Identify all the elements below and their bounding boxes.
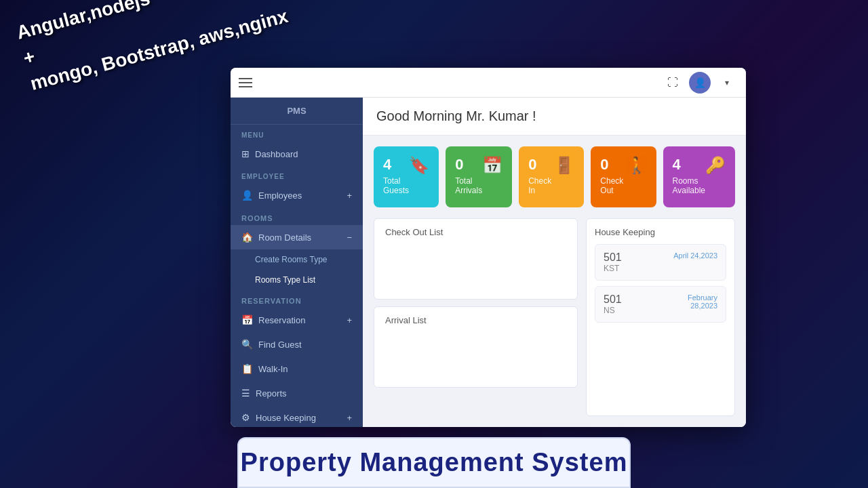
fullscreen-button[interactable]: ⛶ <box>662 72 684 94</box>
user-avatar-button[interactable]: 👤 <box>689 72 711 94</box>
stat-number-rooms: 4 <box>673 156 705 174</box>
housekeeping-title: House Keeping <box>595 227 726 237</box>
rooms-type-list-label: Rooms Type List <box>255 275 315 285</box>
reservation-icon: 📅 <box>241 314 253 325</box>
top-bar: ⛶ 👤 ▾ <box>231 68 746 98</box>
reports-icon: ☰ <box>241 388 250 399</box>
greeting-text: Good Morning Mr. Kumar ! <box>376 108 536 123</box>
employee-section-label: EMPLOYEE <box>231 166 363 183</box>
stat-icon-checkin: 🚪 <box>554 156 574 175</box>
stat-icon-guests: 🔖 <box>409 156 429 175</box>
walk-in-item-left: 📋 Walk-In <box>241 363 288 374</box>
stat-label-checkout: CheckOut <box>600 176 623 195</box>
sidebar-item-reports[interactable]: ☰ Reports <box>231 381 363 405</box>
stat-icon-rooms: 🔑 <box>705 156 726 175</box>
house-keeping-icon: ⚙ <box>241 412 250 423</box>
hk-room-number-2: 501 <box>604 293 622 306</box>
check-out-list-title: Check Out List <box>385 227 566 237</box>
top-bar-left <box>239 78 252 87</box>
reports-label: Reports <box>256 388 287 399</box>
stat-card-left-arrivals: 0 TotalArrivals <box>455 156 482 195</box>
employees-item-left: 👤 Employees <box>241 190 302 201</box>
stat-card-check-in: 0 CheckIn 🚪 <box>519 146 584 207</box>
app-content: PMS MENU ⊞ Dashboard EMPLOYEE 👤 Employee… <box>231 98 746 427</box>
sidebar-item-dashboard[interactable]: ⊞ Dashboard <box>231 142 363 166</box>
employees-label: Employees <box>258 190 302 201</box>
stat-number-guests: 4 <box>383 156 409 174</box>
room-details-item-left: 🏠 Room Details <box>241 232 311 243</box>
app-window: ⛶ 👤 ▾ PMS MENU ⊞ Dashboard EMPLOYEE 👤 Em… <box>231 68 746 427</box>
sidebar-item-employees[interactable]: 👤 Employees + <box>231 183 363 207</box>
employees-plus-icon: + <box>347 190 352 201</box>
stat-label-checkin: CheckIn <box>528 176 551 195</box>
house-keeping-plus-icon: + <box>347 413 352 423</box>
dashboard-label: Dashboard <box>255 149 298 159</box>
sidebar-item-create-rooms-type[interactable]: Create Rooms Type <box>231 249 363 270</box>
sidebar-item-reservation[interactable]: 📅 Reservation + <box>231 308 363 332</box>
reservation-label: Reservation <box>258 315 305 325</box>
content-left: Check Out List Arrival List <box>374 218 578 416</box>
stat-label-guests: TotalGuests <box>383 176 409 195</box>
find-guest-label: Find Guest <box>258 340 302 350</box>
walk-in-label: Walk-In <box>258 364 288 374</box>
stat-card-check-out: 0 CheckOut 🚶 <box>591 146 656 207</box>
reservation-plus-icon: + <box>347 315 352 325</box>
stat-icon-checkout: 🚶 <box>627 156 647 175</box>
dashboard-icon: ⊞ <box>241 148 250 159</box>
greeting-bar: Good Morning Mr. Kumar ! <box>363 98 746 136</box>
stat-number-arrivals: 0 <box>455 156 482 174</box>
stat-label-arrivals: TotalArrivals <box>455 176 482 195</box>
sidebar-item-room-details[interactable]: 🏠 Room Details − <box>231 225 363 249</box>
hamburger-line-2 <box>239 82 252 83</box>
arrival-list-box: Arrival List <box>374 306 578 388</box>
house-keeping-label: House Keeping <box>256 413 316 423</box>
pms-logo: PMS <box>231 98 363 125</box>
hk-entry-1: 501 KST April 24,2023 <box>595 244 726 281</box>
create-rooms-type-label: Create Rooms Type <box>255 255 328 264</box>
sidebar-item-find-guest[interactable]: 🔍 Find Guest <box>231 332 363 357</box>
stat-card-left-guests: 4 TotalGuests <box>383 156 409 195</box>
hk-status-2: NS <box>604 306 622 315</box>
stat-card-total-arrivals: 0 TotalArrivals 📅 <box>446 146 512 207</box>
hamburger-menu-button[interactable] <box>239 78 252 87</box>
sidebar: PMS MENU ⊞ Dashboard EMPLOYEE 👤 Employee… <box>231 98 363 427</box>
bottom-banner-text: Property Management System <box>241 448 628 477</box>
reservation-section-label: RESERVATION <box>231 290 363 308</box>
dashboard-item-left: ⊞ Dashboard <box>241 148 298 159</box>
main-content: Good Morning Mr. Kumar ! 4 TotalGuests 🔖… <box>363 98 746 427</box>
house-keeping-item-left: ⚙ House Keeping <box>241 412 316 423</box>
hk-room-number-1: 501 <box>604 251 622 264</box>
check-out-list-box: Check Out List <box>374 218 578 300</box>
sidebar-item-house-keeping[interactable]: ⚙ House Keeping + <box>231 405 363 427</box>
menu-label: MENU <box>231 125 363 142</box>
hamburger-line-3 <box>239 86 252 87</box>
sidebar-item-walk-in[interactable]: 📋 Walk-In <box>231 357 363 381</box>
stats-row: 4 TotalGuests 🔖 0 TotalArrivals 📅 0 <box>363 136 746 213</box>
walk-in-icon: 📋 <box>241 363 253 374</box>
hk-date-1: April 24,2023 <box>673 251 717 260</box>
hk-room-2: 501 NS <box>604 293 622 315</box>
top-bar-right: ⛶ 👤 ▾ <box>662 72 738 94</box>
content-grid: Check Out List Arrival List House Keepin… <box>363 213 746 427</box>
dropdown-button[interactable]: ▾ <box>716 72 738 94</box>
sidebar-item-rooms-type-list[interactable]: Rooms Type List <box>231 270 363 290</box>
stat-card-total-guests: 4 TotalGuests 🔖 <box>374 146 439 207</box>
hk-date-2: February28,2023 <box>688 293 717 310</box>
housekeeping-panel: House Keeping 501 KST April 24,2023 501 … <box>586 218 735 416</box>
hk-room-1: 501 KST <box>604 251 622 273</box>
stat-card-rooms-available: 4 RoomsAvailable 🔑 <box>663 146 735 207</box>
hk-status-1: KST <box>604 264 622 273</box>
stat-icon-arrivals: 📅 <box>482 156 502 175</box>
stat-card-left-rooms: 4 RoomsAvailable <box>673 156 705 195</box>
bottom-banner: Property Management System <box>237 437 631 488</box>
reservation-item-left: 📅 Reservation <box>241 314 305 325</box>
room-details-icon: 🏠 <box>241 232 253 243</box>
find-guest-item-left: 🔍 Find Guest <box>241 339 302 350</box>
room-details-minus-icon: − <box>347 232 352 243</box>
room-details-label: Room Details <box>258 232 311 243</box>
stat-card-left-checkin: 0 CheckIn <box>528 156 551 195</box>
arrival-list-title: Arrival List <box>385 315 566 325</box>
stat-card-left-checkout: 0 CheckOut <box>600 156 623 195</box>
employees-icon: 👤 <box>241 190 253 201</box>
hk-entry-2: 501 NS February28,2023 <box>595 286 726 323</box>
